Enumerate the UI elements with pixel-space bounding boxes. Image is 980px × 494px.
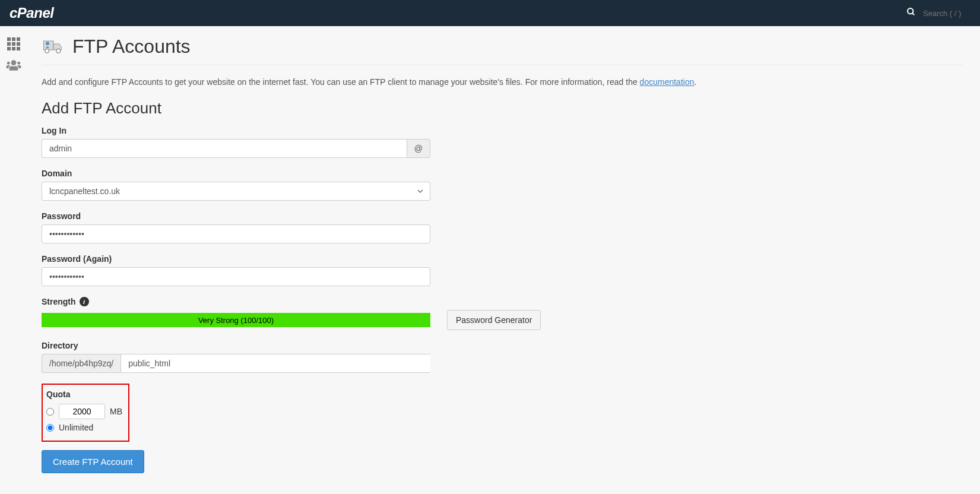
svg-line-1 <box>912 13 914 15</box>
sidebar <box>0 26 27 483</box>
page-title-row: FTP Accounts <box>42 36 963 65</box>
strength-text: Very Strong (100/100) <box>198 316 274 325</box>
quota-section: Quota MB Unlimited <box>42 384 129 442</box>
search-area <box>906 7 971 19</box>
desc-post: . <box>694 77 696 87</box>
documentation-link[interactable]: documentation <box>640 77 694 87</box>
main-content: FTP Accounts Add and configure FTP Accou… <box>27 26 977 483</box>
sidebar-users[interactable] <box>0 55 27 76</box>
create-ftp-button[interactable]: Create FTP Account <box>42 450 144 473</box>
info-icon[interactable]: i <box>80 297 89 306</box>
login-input[interactable] <box>42 139 407 158</box>
add-ftp-section-title: Add FTP Account <box>42 99 963 118</box>
directory-input[interactable] <box>120 354 430 373</box>
search-input[interactable] <box>923 9 971 18</box>
strength-label-row: Strength i <box>42 297 963 306</box>
users-icon <box>6 59 21 71</box>
quota-unit: MB <box>110 407 122 416</box>
top-header: cPanel <box>0 0 980 26</box>
ftp-truck-icon <box>42 38 65 56</box>
quota-unlimited-label: Unlimited <box>59 423 93 432</box>
at-addon: @ <box>407 139 430 158</box>
quota-label: Quota <box>46 390 122 399</box>
sidebar-apps[interactable] <box>0 33 27 55</box>
svg-point-4 <box>56 49 61 53</box>
password-generator-button[interactable]: Password Generator <box>447 310 541 330</box>
cpanel-logo[interactable]: cPanel <box>9 5 53 21</box>
password-again-input[interactable] <box>42 267 430 286</box>
svg-point-5 <box>46 42 49 45</box>
domain-select[interactable]: lcncpaneltest.co.uk <box>42 182 430 201</box>
apps-grid-icon <box>7 37 20 50</box>
quota-limited-radio[interactable] <box>46 408 54 416</box>
search-icon[interactable] <box>906 7 916 19</box>
password-input[interactable] <box>42 224 430 243</box>
desc-text: Add and configure FTP Accounts to get yo… <box>42 77 640 87</box>
quota-unlimited-radio[interactable] <box>46 424 54 432</box>
login-label: Log In <box>42 126 963 135</box>
password-again-label: Password (Again) <box>42 254 963 264</box>
svg-point-0 <box>908 8 913 14</box>
svg-point-3 <box>45 49 49 53</box>
domain-label: Domain <box>42 169 963 178</box>
directory-prefix: /home/pb4hp9zq/ <box>42 354 120 373</box>
quota-input[interactable] <box>59 404 105 419</box>
page-title: FTP Accounts <box>72 36 191 58</box>
strength-bar: Very Strong (100/100) <box>42 313 430 327</box>
password-label: Password <box>42 211 963 221</box>
strength-label: Strength <box>42 297 76 306</box>
page-description: Add and configure FTP Accounts to get yo… <box>42 76 963 88</box>
directory-label: Directory <box>42 341 963 350</box>
